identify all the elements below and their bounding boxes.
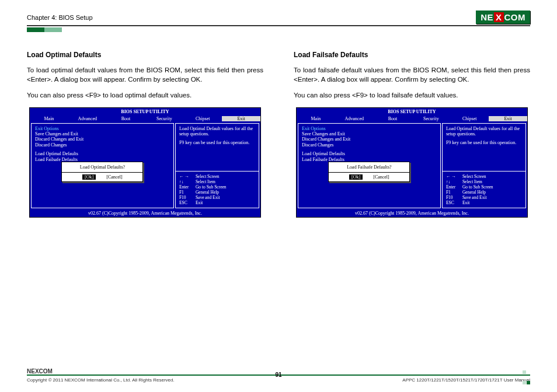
confirm-dialog: Load Optimal Defaults? [Ok] [Cancel] xyxy=(61,162,143,182)
bios-item[interactable]: Discard Changes and Exit xyxy=(302,136,437,142)
bios-screenshot-failsafe: BIOS SETUP UTILITY Main Advanced Boot Se… xyxy=(296,107,528,218)
para-failsafe-1: To load failsafe default values from the… xyxy=(294,66,530,84)
bios-tab-main[interactable]: Main xyxy=(297,116,335,121)
exit-options-heading: Exit Options xyxy=(35,126,170,131)
bios-screenshot-optimal: BIOS SETUP UTILITY Main Advanced Boot Se… xyxy=(29,107,261,218)
copyright: Copyright © 2011 NEXCOM International Co… xyxy=(27,377,175,383)
page-header: Chapter 4: BIOS Setup NEXCOM xyxy=(27,10,530,26)
confirm-dialog: Load Failsafe Defaults? [Ok] [Cancel] xyxy=(328,162,410,182)
cancel-button[interactable]: [Cancel] xyxy=(106,174,123,180)
help-text-2: F9 key can be used for this operation. xyxy=(179,140,255,145)
column-right: Load Failsafe Defaults To load failsafe … xyxy=(294,51,530,218)
para-optimal-1: To load optimal default values from the … xyxy=(27,66,263,84)
page-footer: NEXCOM Copyright © 2011 NEXCOM Internati… xyxy=(27,368,530,383)
bios-tab-security[interactable]: Security xyxy=(412,116,450,121)
bios-item[interactable]: Discard Changes and Exit xyxy=(35,136,170,142)
brand-logo: NEXCOM xyxy=(476,10,530,24)
bios-tab-exit[interactable]: Exit xyxy=(222,116,260,121)
bios-tab-advanced[interactable]: Advanced xyxy=(68,116,107,121)
cancel-button[interactable]: [Cancel] xyxy=(373,174,389,180)
decorative-squares xyxy=(522,366,530,387)
help-text-2: F9 key can be used for this operation. xyxy=(446,140,522,145)
help-text: Load Optimal Default values for all the … xyxy=(179,126,255,136)
bios-item[interactable]: Load Optimal Defaults xyxy=(302,151,437,157)
bios-item-selected[interactable]: Load Optimal Defaults xyxy=(35,151,170,157)
bios-copyright: v02.67 (C)Copyright 1985-2009, American … xyxy=(297,209,527,217)
bios-item[interactable]: Save Changes and Exit xyxy=(302,131,437,137)
bios-item[interactable]: Discard Changes xyxy=(302,142,437,148)
help-text: Load Optimal Default values for all the … xyxy=(446,126,522,136)
page-number: 91 xyxy=(275,372,281,378)
dialog-title: Load Failsafe Defaults? xyxy=(329,162,409,172)
bios-menu-bar: Main Advanced Boot Security Chipset Exit xyxy=(297,116,527,122)
bios-tab-main[interactable]: Main xyxy=(30,116,68,121)
section-title-optimal: Load Optimal Defaults xyxy=(27,51,263,59)
nav-help: ← →Select Screen ↑↓Select Item EnterGo t… xyxy=(179,169,255,205)
bios-copyright: v02.67 (C)Copyright 1985-2009, American … xyxy=(30,209,260,217)
para-optimal-2: You can also press <F9> to load optimal … xyxy=(27,91,263,100)
bios-item[interactable]: Save Changes and Exit xyxy=(35,131,170,137)
ok-button[interactable]: [Ok] xyxy=(82,174,96,180)
bios-tab-advanced[interactable]: Advanced xyxy=(335,116,374,121)
bios-title: BIOS SETUP UTILITY xyxy=(297,108,527,116)
bios-tab-exit[interactable]: Exit xyxy=(489,116,527,121)
document-reference: APPC 1220T/1221T/1520T/1521T/1720T/1721T… xyxy=(402,377,530,383)
bios-tab-chipset[interactable]: Chipset xyxy=(183,116,222,121)
decorative-tabs xyxy=(27,27,530,32)
dialog-title: Load Optimal Defaults? xyxy=(62,162,142,172)
bios-menu-bar: Main Advanced Boot Security Chipset Exit xyxy=(30,116,260,122)
bios-tab-boot[interactable]: Boot xyxy=(374,116,412,121)
para-failsafe-2: You can also press <F9> to load failsafe… xyxy=(294,91,530,100)
bios-item[interactable]: Discard Changes xyxy=(35,142,170,148)
nav-help: ← →Select Screen ↑↓Select Item EnterGo t… xyxy=(446,169,522,205)
ok-button[interactable]: [Ok] xyxy=(349,174,363,180)
bios-tab-chipset[interactable]: Chipset xyxy=(450,116,489,121)
chapter-label: Chapter 4: BIOS Setup xyxy=(27,14,93,21)
column-left: Load Optimal Defaults To load optimal de… xyxy=(27,51,263,218)
exit-options-heading: Exit Options xyxy=(302,126,437,131)
section-title-failsafe: Load Failsafe Defaults xyxy=(294,51,530,59)
bios-tab-security[interactable]: Security xyxy=(145,116,183,121)
bios-title: BIOS SETUP UTILITY xyxy=(30,108,260,116)
bios-tab-boot[interactable]: Boot xyxy=(107,116,145,121)
